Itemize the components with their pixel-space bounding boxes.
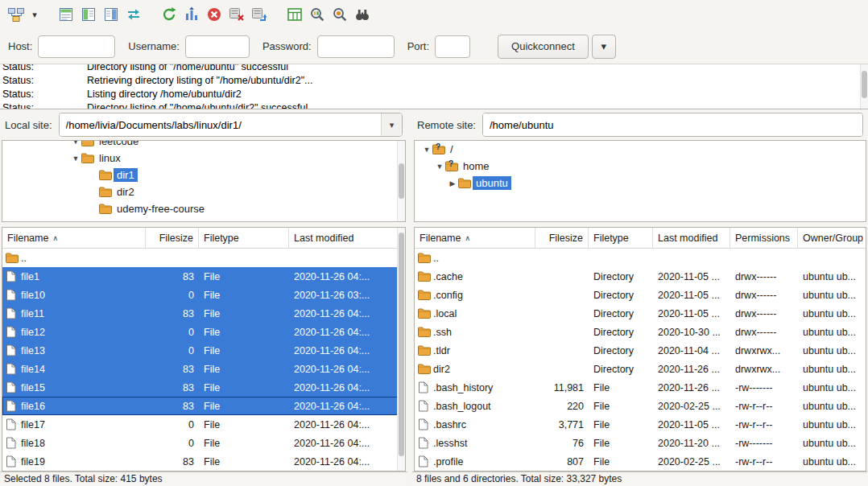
file-row-file18[interactable]: file180File2020-11-26 04:... (2, 434, 405, 452)
file-icon (418, 455, 433, 467)
file-row-file10[interactable]: file100File2020-11-26 03:... (2, 286, 405, 304)
toggle-remote-tree-button[interactable] (100, 3, 122, 26)
scrollbar-thumb[interactable] (399, 163, 404, 199)
file-icon (418, 381, 433, 393)
local-status-bar: Selected 8 files. Total size: 415 bytes (0, 472, 407, 486)
local-tree-scrollbar[interactable] (397, 141, 405, 221)
tree-item-dir2[interactable]: dir2 (2, 183, 405, 200)
column-header-permissions[interactable]: Permissions (730, 228, 798, 248)
remote-path-input[interactable] (483, 113, 862, 136)
reconnect-button[interactable] (248, 3, 271, 26)
owner-cell: ubuntu ub... (798, 452, 866, 471)
toggle-queue-button[interactable] (122, 3, 145, 26)
file-row-dir2[interactable]: dir2Directory2020-11-26 ...drwxrwx...ubu… (415, 360, 866, 378)
find-files-button[interactable] (351, 3, 374, 26)
modified-cell: 2020-11-26 04:... (289, 323, 405, 341)
file-row-bash-logout[interactable]: .bash_logout220File2020-02-25 ...-rw-r--… (415, 397, 866, 415)
filename-text: .bashrc (433, 419, 466, 430)
sync-browse-button[interactable] (329, 3, 351, 26)
column-header-filetype[interactable]: Filetype (589, 228, 653, 248)
tree-item-ubuntu[interactable]: ▶ubuntu (415, 175, 866, 192)
quickconnect-button[interactable]: Quickconnect (498, 35, 589, 59)
column-header-filetype[interactable]: Filetype (199, 228, 289, 248)
toggle-log-button[interactable] (55, 3, 77, 26)
file-row-bash-history[interactable]: .bash_history11,981File2020-11-26 ...-rw… (415, 378, 866, 397)
file-row-cache[interactable]: .cacheDirectory2020-11-05 ...drwx------u… (415, 267, 866, 286)
cancel-button[interactable] (203, 3, 225, 26)
permissions-cell: drwx------ (730, 267, 798, 286)
filename-cell: file17 (2, 415, 146, 434)
column-header-label: Filetype (593, 233, 629, 244)
local-list-scrollbar[interactable] (397, 228, 405, 471)
file-row-local[interactable]: .localDirectory2020-11-05 ...drwx------u… (415, 304, 866, 323)
file-row-file1[interactable]: file183File2020-11-26 04:... (2, 267, 405, 286)
tree-expander-icon[interactable]: ▼ (421, 146, 432, 154)
disconnect-button[interactable] (225, 3, 248, 26)
refresh-button[interactable] (158, 3, 180, 26)
file-row-file11[interactable]: file1183File2020-11-26 04:... (2, 304, 405, 323)
file-row-profile[interactable]: .profile807File2020-02-25 ...-rw-r--r--u… (415, 452, 866, 471)
port-input[interactable] (435, 35, 470, 58)
site-manager-button[interactable] (5, 3, 27, 26)
filetype-cell: File (589, 452, 653, 471)
message-log-scrollbar[interactable] (860, 64, 868, 109)
scrollbar-thumb[interactable] (399, 233, 404, 456)
scrollbar-thumb[interactable] (862, 71, 867, 98)
file-row-file15[interactable]: file1583File2020-11-26 04:... (2, 378, 405, 397)
filetype-cell: File (589, 415, 653, 434)
tree-item-linux[interactable]: ▼linux (2, 150, 405, 167)
file-row-bashrc[interactable]: .bashrc3,771File2020-11-05 ...-rw-r--r--… (415, 415, 866, 434)
filesize-cell: 83 (146, 267, 199, 286)
column-header-filesize[interactable]: Filesize (146, 228, 199, 248)
file-row-file17[interactable]: file170File2020-11-26 04:... (2, 415, 405, 434)
column-header-filename[interactable]: Filename∧ (2, 228, 146, 248)
tree-expander-icon[interactable]: ▼ (434, 163, 445, 171)
message-log: Status:Directory listing of "/home/ubunt… (0, 64, 868, 109)
tree-item-dir1[interactable]: dir1 (2, 167, 405, 183)
file-row-lesshst[interactable]: .lesshst76File2020-11-20 ...-rw-------ub… (415, 434, 866, 452)
file-row-file16[interactable]: file1683File2020-11-26 04:... (2, 397, 405, 415)
local-path-dropdown-button[interactable]: ▾ (381, 113, 402, 136)
file-row-ssh[interactable]: .sshDirectory2020-10-30 ...drwx------ubu… (415, 323, 866, 341)
file-row-config[interactable]: .configDirectory2020-11-05 ...drwx------… (415, 286, 866, 304)
file-row-tldr[interactable]: .tldrDirectory2020-11-04 ...drwxrwx...ub… (415, 341, 866, 360)
column-header-last-modified[interactable]: Last modified (653, 228, 730, 248)
process-queue-button[interactable] (180, 3, 203, 26)
compare-button[interactable] (306, 3, 329, 26)
folder-icon (99, 204, 114, 214)
file-row-file13[interactable]: file130File2020-11-26 04:... (2, 341, 405, 360)
tree-expander-icon[interactable]: ▼ (70, 140, 81, 146)
filename-cell: file1 (2, 267, 146, 286)
tree-expander-icon[interactable]: ▼ (70, 154, 81, 163)
username-input[interactable] (185, 35, 250, 58)
filter-button[interactable] (283, 3, 306, 26)
filesize-cell: 0 (146, 415, 199, 434)
column-header-last-modified[interactable]: Last modified (289, 228, 405, 248)
tree-item-home[interactable]: ▼?home (415, 158, 866, 175)
file-row-file12[interactable]: file120File2020-11-26 04:... (2, 323, 405, 341)
file-row-file14[interactable]: file1483File2020-11-26 04:... (2, 360, 405, 378)
file-row-file19[interactable]: file1983File2020-11-26 04:... (2, 452, 405, 471)
toggle-local-tree-button[interactable] (77, 3, 100, 26)
remote-file-list: Filename∧FilesizeFiletypeLast modifiedPe… (414, 227, 866, 472)
filename-cell: .lesshst (415, 434, 535, 452)
file-row-item[interactable]: .. (2, 249, 405, 267)
tree-label: / (447, 142, 457, 156)
column-header-filename[interactable]: Filename∧ (415, 228, 535, 248)
site-manager-dropdown-button[interactable]: ▾ (27, 3, 42, 26)
folder-icon (418, 345, 433, 356)
column-header-owner-group[interactable]: Owner/Group (798, 228, 866, 248)
password-input[interactable] (317, 35, 395, 58)
tree-item-udemy-free-course[interactable]: udemy-free-course (2, 200, 405, 217)
filetype-cell (199, 249, 289, 267)
column-header-filesize[interactable]: Filesize (535, 228, 589, 248)
owner-cell: ubuntu ub... (798, 378, 866, 397)
local-path-input[interactable] (60, 113, 381, 136)
host-input[interactable] (38, 35, 115, 58)
tree-item-item[interactable]: ▼?/ (415, 141, 866, 158)
tree-label: udemy-free-course (114, 202, 208, 216)
tree-item-leetcode[interactable]: ▼leetcode (2, 140, 405, 150)
tree-expander-icon[interactable]: ▶ (447, 179, 458, 187)
quickconnect-dropdown-button[interactable]: ▾ (592, 35, 616, 59)
file-row-item[interactable]: .. (415, 249, 866, 267)
